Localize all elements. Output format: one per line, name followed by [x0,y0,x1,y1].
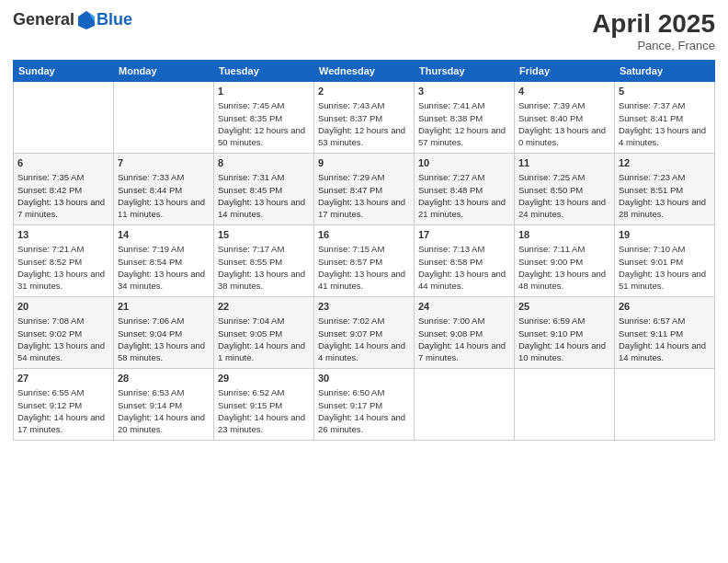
day-info-line: Sunrise: 7:39 AM [518,99,610,111]
day-info-line: Sunrise: 7:45 AM [218,99,310,111]
day-info-line: Sunrise: 7:25 AM [518,171,610,183]
cell-0-4: 3Sunrise: 7:41 AMSunset: 8:38 PMDaylight… [415,82,515,154]
cell-1-0: 6Sunrise: 7:35 AMSunset: 8:42 PMDaylight… [14,154,114,225]
cell-0-1 [114,82,214,154]
day-info-line: Daylight: 13 hours and 0 minutes. [518,124,610,149]
cell-4-4 [415,369,515,441]
day-info-line: Sunrise: 7:27 AM [418,171,510,183]
week-row-3: 13Sunrise: 7:21 AMSunset: 8:52 PMDayligh… [14,225,715,297]
cell-1-3: 9Sunrise: 7:29 AMSunset: 8:47 PMDaylight… [314,154,415,225]
header-monday: Monday [114,61,214,82]
day-info-line: Sunset: 8:44 PM [118,184,210,196]
day-info-line: Sunrise: 7:00 AM [418,315,510,327]
day-info-line: Sunset: 8:58 PM [418,256,510,268]
header-saturday: Saturday [615,61,715,82]
day-info-line: Sunrise: 7:29 AM [318,171,410,183]
cell-1-4: 10Sunrise: 7:27 AMSunset: 8:48 PMDayligh… [415,154,515,225]
day-info-line: Daylight: 13 hours and 11 minutes. [118,196,210,221]
header-friday: Friday [515,61,615,82]
day-number: 12 [619,156,711,170]
header-tuesday: Tuesday [214,61,314,82]
day-info-line: Sunset: 9:07 PM [318,327,410,339]
day-info-line: Sunset: 9:12 PM [17,399,109,411]
day-number: 2 [318,85,410,98]
day-info-line: Sunrise: 6:55 AM [17,386,109,398]
cell-4-0: 27Sunrise: 6:55 AMSunset: 9:12 PMDayligh… [14,369,114,441]
day-number: 17 [418,228,510,242]
day-info-line: Sunrise: 7:10 AM [619,243,711,255]
day-info-line: Daylight: 12 hours and 57 minutes. [418,124,510,149]
day-info-line: Daylight: 13 hours and 51 minutes. [619,268,711,293]
cell-1-5: 11Sunrise: 7:25 AMSunset: 8:50 PMDayligh… [515,154,615,225]
day-info-line: Sunset: 8:37 PM [318,112,410,124]
cell-2-6: 19Sunrise: 7:10 AMSunset: 9:01 PMDayligh… [615,225,715,297]
day-number: 10 [418,156,510,170]
day-number: 20 [17,300,109,314]
day-number: 3 [418,85,510,98]
day-number: 19 [619,228,711,242]
cell-0-0 [14,82,114,154]
day-info-line: Daylight: 13 hours and 34 minutes. [118,268,210,293]
cell-3-4: 24Sunrise: 7:00 AMSunset: 9:08 PMDayligh… [415,297,515,369]
week-row-4: 20Sunrise: 7:08 AMSunset: 9:02 PMDayligh… [14,297,715,369]
day-info-line: Daylight: 13 hours and 7 minutes. [17,196,109,221]
day-info-line: Sunset: 9:02 PM [17,327,109,339]
day-number: 26 [619,300,711,314]
day-number: 16 [318,228,410,242]
day-info-line: Daylight: 13 hours and 17 minutes. [318,196,410,221]
day-number: 22 [218,300,310,314]
cell-3-5: 25Sunrise: 6:59 AMSunset: 9:10 PMDayligh… [515,297,615,369]
calendar-table: SundayMondayTuesdayWednesdayThursdayFrid… [13,60,715,441]
day-info-line: Sunset: 8:51 PM [619,184,711,196]
day-info-line: Daylight: 13 hours and 4 minutes. [619,124,711,149]
day-number: 9 [318,156,410,170]
day-info-line: Sunset: 9:04 PM [118,327,210,339]
day-info-line: Daylight: 14 hours and 1 minute. [218,339,310,364]
day-number: 15 [218,228,310,242]
title-block: April 2025 Pance, France [592,9,715,52]
day-info-line: Daylight: 13 hours and 41 minutes. [318,268,410,293]
day-info-line: Daylight: 14 hours and 7 minutes. [418,339,510,364]
day-number: 27 [17,372,109,385]
day-number: 13 [17,228,109,242]
day-info-line: Sunset: 8:41 PM [619,112,711,124]
day-info-line: Sunrise: 6:53 AM [118,386,210,398]
day-info-line: Daylight: 13 hours and 31 minutes. [17,268,109,293]
day-number: 14 [118,228,210,242]
day-info-line: Sunrise: 7:19 AM [118,243,210,255]
logo-icon [76,9,97,29]
day-number: 1 [218,85,310,98]
day-info-line: Daylight: 14 hours and 26 minutes. [318,411,410,436]
day-info-line: Daylight: 13 hours and 14 minutes. [218,196,310,221]
day-info-line: Daylight: 14 hours and 17 minutes. [17,411,109,436]
day-info-line: Sunrise: 7:33 AM [118,171,210,183]
day-info-line: Sunrise: 6:52 AM [218,386,310,398]
day-info-line: Sunset: 8:55 PM [218,256,310,268]
day-number: 28 [118,372,210,385]
day-number: 18 [518,228,610,242]
day-info-line: Daylight: 13 hours and 44 minutes. [418,268,510,293]
day-info-line: Sunset: 8:54 PM [118,256,210,268]
cell-2-1: 14Sunrise: 7:19 AMSunset: 8:54 PMDayligh… [114,225,214,297]
day-info-line: Sunset: 9:05 PM [218,327,310,339]
day-info-line: Sunrise: 6:50 AM [318,386,410,398]
day-info-line: Sunrise: 6:57 AM [619,315,711,327]
day-info-line: Sunrise: 7:15 AM [318,243,410,255]
cell-4-3: 30Sunrise: 6:50 AMSunset: 9:17 PMDayligh… [314,369,415,441]
day-info-line: Daylight: 13 hours and 38 minutes. [218,268,310,293]
day-info-line: Sunrise: 7:06 AM [118,315,210,327]
logo-blue: Blue [97,10,132,29]
day-number: 4 [518,85,610,98]
cell-2-5: 18Sunrise: 7:11 AMSunset: 9:00 PMDayligh… [515,225,615,297]
cell-3-1: 21Sunrise: 7:06 AMSunset: 9:04 PMDayligh… [114,297,214,369]
cell-1-1: 7Sunrise: 7:33 AMSunset: 8:44 PMDaylight… [114,154,214,225]
day-info-line: Sunrise: 7:37 AM [619,99,711,111]
day-info-line: Sunset: 9:17 PM [318,399,410,411]
day-info-line: Sunrise: 7:21 AM [17,243,109,255]
cell-0-5: 4Sunrise: 7:39 AMSunset: 8:40 PMDaylight… [515,82,615,154]
day-info-line: Sunset: 8:50 PM [518,184,610,196]
day-info-line: Daylight: 12 hours and 50 minutes. [218,124,310,149]
cell-3-6: 26Sunrise: 6:57 AMSunset: 9:11 PMDayligh… [615,297,715,369]
header-wednesday: Wednesday [314,61,415,82]
day-info-line: Sunset: 8:57 PM [318,256,410,268]
